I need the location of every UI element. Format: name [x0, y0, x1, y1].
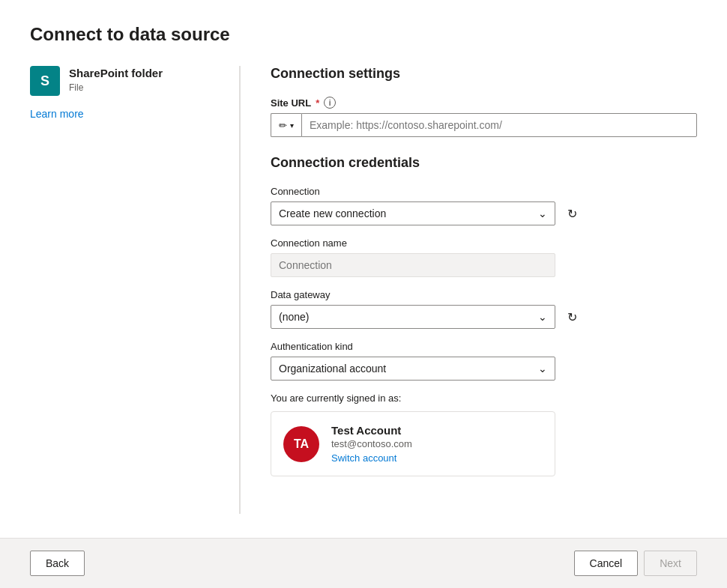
connector-name: SharePoint folder — [69, 66, 163, 81]
data-gateway-dropdown[interactable]: (none) ⌄ — [271, 305, 555, 329]
chevron-down-icon: ⌄ — [538, 207, 547, 219]
next-button[interactable]: Next — [644, 551, 697, 576]
back-button[interactable]: Back — [30, 551, 85, 576]
signed-in-section: You are currently signed in as: TA Test … — [271, 392, 697, 476]
cancel-button[interactable]: Cancel — [574, 551, 639, 576]
footer-right: Cancel Next — [574, 551, 697, 576]
auth-kind-dropdown[interactable]: Organizational account ⌄ — [271, 357, 555, 381]
pencil-icon: ✏ — [279, 120, 287, 131]
chevron-down-icon: ⌄ — [538, 363, 547, 375]
connector-icon: S — [30, 66, 60, 96]
connection-name-field: Connection name — [271, 237, 697, 277]
data-gateway-value: (none) — [279, 311, 309, 323]
switch-account-link[interactable]: Switch account — [331, 452, 412, 464]
account-avatar: TA — [283, 426, 319, 462]
connection-settings-title: Connection settings — [271, 66, 697, 82]
required-indicator: * — [316, 97, 319, 109]
connector-type: File — [69, 82, 163, 93]
account-email: test@contoso.com — [331, 438, 412, 449]
connection-field: Connection Create new connection ⌄ ↻ — [271, 186, 697, 225]
site-url-label: Site URL * i — [271, 97, 697, 109]
right-panel: Connection settings Site URL * i ✏ ▾ Co — [241, 66, 697, 514]
connection-select-row: Create new connection ⌄ ↻ — [271, 201, 697, 225]
connection-dropdown-value: Create new connection — [279, 207, 386, 219]
account-details: Test Account test@contoso.com Switch acc… — [331, 424, 412, 464]
auth-kind-label: Authentication kind — [271, 341, 697, 352]
connection-refresh-button[interactable]: ↻ — [561, 203, 582, 224]
site-url-input[interactable] — [301, 113, 697, 137]
data-gateway-select-row: (none) ⌄ ↻ — [271, 305, 697, 329]
account-name: Test Account — [331, 424, 412, 437]
connection-name-input[interactable] — [271, 253, 555, 277]
signed-in-label: You are currently signed in as: — [271, 392, 697, 404]
connection-name-label: Connection name — [271, 237, 697, 249]
connection-dropdown[interactable]: Create new connection ⌄ — [271, 201, 555, 225]
site-url-field: Site URL * i ✏ ▾ — [271, 97, 697, 137]
left-panel: S SharePoint folder File Learn more — [30, 66, 240, 514]
data-gateway-field: Data gateway (none) ⌄ ↻ — [271, 289, 697, 329]
data-gateway-refresh-button[interactable]: ↻ — [561, 306, 582, 327]
chevron-down-icon: ⌄ — [538, 311, 547, 323]
auth-kind-value: Organizational account — [279, 363, 386, 375]
chevron-down-icon: ▾ — [290, 121, 294, 130]
data-gateway-label: Data gateway — [271, 289, 697, 300]
url-input-row: ✏ ▾ — [271, 113, 697, 137]
site-url-info-icon[interactable]: i — [324, 97, 336, 109]
learn-more-link[interactable]: Learn more — [30, 108, 84, 120]
connector-info: S SharePoint folder File — [30, 66, 215, 96]
connection-label: Connection — [271, 186, 697, 197]
auth-kind-field: Authentication kind Organizational accou… — [271, 341, 697, 381]
credentials-section: Connection credentials Connection Create… — [271, 155, 697, 476]
page-title: Connect to data source — [30, 24, 697, 45]
credentials-title: Connection credentials — [271, 155, 697, 171]
account-card: TA Test Account test@contoso.com Switch … — [271, 411, 555, 476]
url-edit-button[interactable]: ✏ ▾ — [271, 113, 301, 137]
footer-bar: Back Cancel Next — [0, 538, 727, 588]
